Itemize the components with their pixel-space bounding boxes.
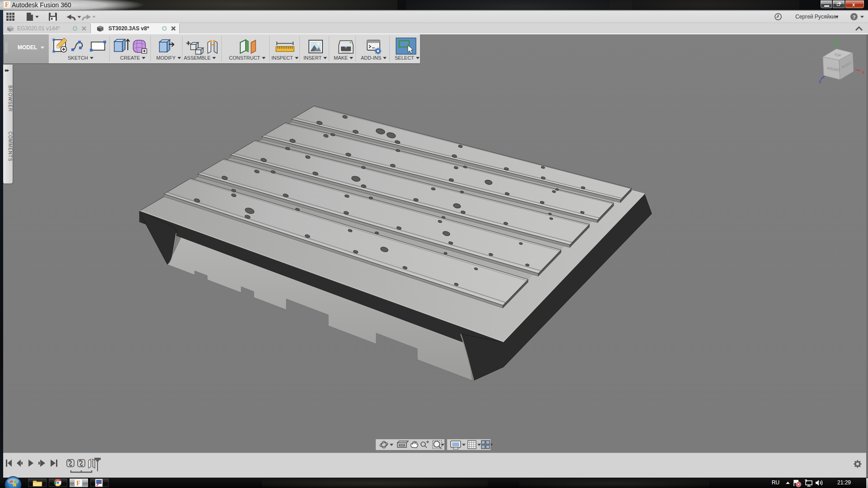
svg-text:Сергей Русяйкин: Сергей Русяйкин bbox=[795, 14, 838, 20]
svg-text:Z: Z bbox=[819, 80, 821, 84]
svg-text:?: ? bbox=[853, 14, 856, 20]
svg-text:X: X bbox=[862, 70, 865, 75]
svg-text:Y: Y bbox=[833, 38, 836, 43]
